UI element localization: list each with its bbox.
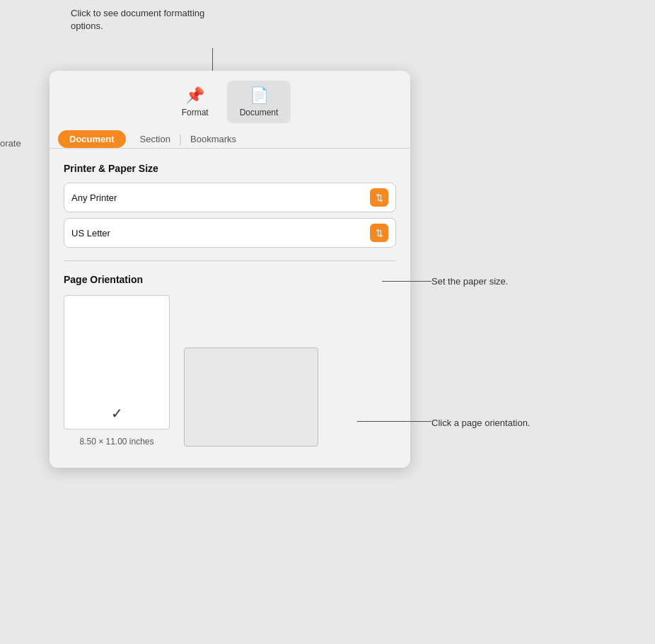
paper-select-row[interactable]: US Letter ⇅	[64, 218, 396, 248]
panel: 📌 Format 📄 Document Document Section | B…	[50, 71, 410, 468]
dimensions-label: 8.50 × 11.00 inches	[64, 437, 170, 447]
partial-left-text: orate	[0, 138, 21, 149]
toolbar-row: 📌 Format 📄 Document	[50, 71, 410, 130]
printer-value: Any Printer	[71, 192, 370, 203]
printer-select-row[interactable]: Any Printer ⇅	[64, 183, 396, 212]
panel-content: Printer & Paper Size Any Printer ⇅ US Le…	[50, 149, 410, 468]
format-button[interactable]: 📌 Format	[169, 81, 221, 123]
landscape-option[interactable]	[184, 347, 318, 447]
portrait-checkmark: ✓	[111, 405, 123, 422]
paper-chevron[interactable]: ⇅	[370, 224, 388, 242]
paper-size-callout-line	[382, 281, 431, 282]
section-divider	[64, 260, 396, 261]
orientation-options: ✓ 8.50 × 11.00 inches	[64, 295, 396, 447]
tab-row: Document Section | Bookmarks	[50, 130, 410, 149]
portrait-wrapper: ✓ 8.50 × 11.00 inches	[64, 295, 170, 447]
orientation-callout: Click a page orientation.	[431, 418, 530, 428]
format-icon: 📌	[185, 86, 204, 105]
document-button[interactable]: 📄 Document	[227, 81, 291, 123]
tab-bookmarks[interactable]: Bookmarks	[182, 130, 245, 148]
tooltip-text: Click to see document formatting options…	[71, 7, 212, 33]
printer-chevron[interactable]: ⇅	[370, 188, 388, 207]
document-label: Document	[240, 108, 279, 117]
format-label: Format	[182, 108, 209, 117]
portrait-option[interactable]: ✓	[64, 295, 170, 430]
paper-size-callout: Set the paper size.	[431, 276, 508, 287]
tab-document[interactable]: Document	[58, 130, 126, 148]
paper-value: US Letter	[71, 228, 370, 238]
document-icon: 📄	[250, 86, 269, 105]
orientation-section-title: Page Orientation	[64, 274, 396, 285]
tab-section[interactable]: Section	[132, 130, 179, 148]
orientation-callout-line	[357, 421, 431, 422]
printer-section-title: Printer & Paper Size	[64, 163, 396, 174]
